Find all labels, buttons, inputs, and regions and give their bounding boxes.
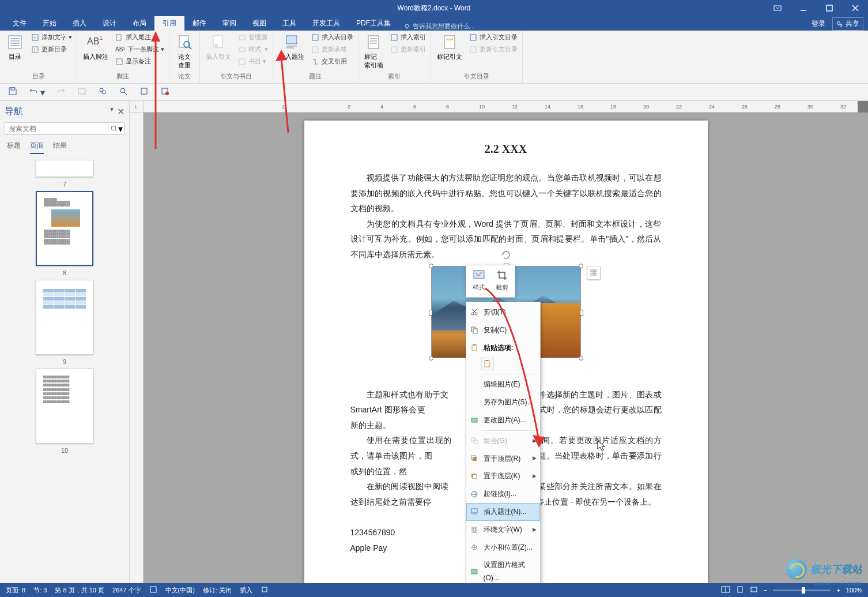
insert-index-button[interactable]: 插入索引 bbox=[388, 32, 428, 43]
update-table-button[interactable]: 更新表格 bbox=[309, 44, 356, 55]
cm-format-picture[interactable]: 设置图片格式(O)... bbox=[466, 556, 540, 583]
minimize-icon[interactable] bbox=[790, 0, 816, 16]
sb-wordcount[interactable]: 2647 个字 bbox=[112, 586, 141, 595]
horizontal-ruler[interactable]: 224681012141618202224262830323436384042 bbox=[144, 101, 858, 112]
tab-开始[interactable]: 开始 bbox=[35, 16, 65, 31]
sb-macro-icon[interactable] bbox=[261, 585, 269, 595]
zoom-level[interactable]: 100% bbox=[846, 587, 862, 594]
resize-handle-ml[interactable] bbox=[429, 310, 432, 316]
zoom-slider[interactable] bbox=[773, 590, 831, 591]
save-icon[interactable] bbox=[8, 87, 17, 98]
cm-copy[interactable]: 复制(C) bbox=[466, 321, 540, 339]
manage-sources-button[interactable]: 管理源 bbox=[236, 32, 270, 43]
resize-handle-mr[interactable] bbox=[580, 310, 583, 316]
navtab-pages[interactable]: 页面 bbox=[30, 141, 44, 154]
update-toc-button[interactable]: !更新目录 bbox=[29, 44, 74, 55]
cm-send-back[interactable]: 置于底层(K)▶ bbox=[466, 467, 540, 485]
layout-options-button[interactable] bbox=[587, 266, 601, 280]
navpane-dropdown-icon[interactable]: ▼ bbox=[109, 106, 115, 117]
page-thumb-9[interactable] bbox=[36, 280, 93, 355]
tab-视图[interactable]: 视图 bbox=[244, 16, 274, 31]
add-text-button[interactable]: +添加文字 ▾ bbox=[29, 32, 74, 43]
page-thumb-10[interactable]: ████████████████████████████████████████… bbox=[36, 369, 93, 444]
insert-citation-button[interactable]: 插入引文 bbox=[202, 32, 235, 62]
cm-size-position[interactable]: 大小和位置(Z)... bbox=[466, 539, 540, 557]
styles-button[interactable]: 样式 bbox=[469, 268, 489, 295]
cm-edit-picture[interactable]: 编辑图片(E) bbox=[466, 376, 540, 393]
insert-caption-button[interactable]: 插入题注 bbox=[276, 32, 308, 62]
tab-邮件[interactable]: 邮件 bbox=[184, 16, 214, 31]
cm-bring-front[interactable]: 置于顶层(R)▶ bbox=[466, 450, 540, 468]
cm-insert-caption[interactable]: 插入题注(N)... bbox=[466, 503, 540, 521]
sb-page-of[interactable]: 第 8 页，共 10 页 bbox=[55, 586, 104, 595]
search-input[interactable] bbox=[5, 122, 108, 135]
mark-index-button[interactable]: 标记 索引项 bbox=[361, 32, 387, 71]
resize-handle-br[interactable] bbox=[579, 356, 583, 361]
view-readmode-icon[interactable] bbox=[721, 585, 730, 595]
navpane-close-icon[interactable]: ✕ bbox=[117, 106, 124, 117]
cm-hyperlink[interactable]: 超链接(I)... bbox=[466, 485, 540, 503]
cm-save-as-picture[interactable]: 另存为图片(S)... bbox=[466, 393, 540, 411]
ribbon-display-icon[interactable] bbox=[764, 0, 790, 16]
tab-引用[interactable]: 引用 bbox=[154, 16, 184, 31]
style-dropdown[interactable]: 样式: ▾ bbox=[236, 44, 270, 55]
zoom-in-icon[interactable]: + bbox=[836, 587, 840, 594]
crop-button[interactable]: 裁剪 bbox=[492, 268, 512, 295]
navtab-results[interactable]: 结果 bbox=[53, 141, 67, 154]
cm-change-picture[interactable]: 更改图片(A)... bbox=[466, 411, 540, 429]
toc-button[interactable]: 目录 bbox=[2, 32, 28, 62]
zoom-out-icon[interactable]: − bbox=[764, 587, 767, 594]
maximize-icon[interactable] bbox=[816, 0, 842, 16]
cross-ref-button[interactable]: 交叉引用 bbox=[309, 56, 356, 67]
share-button[interactable]: 共享 bbox=[832, 17, 863, 31]
qat-btn-7[interactable] bbox=[139, 87, 149, 98]
sb-language[interactable]: 中文(中国) bbox=[165, 586, 195, 595]
view-web-icon[interactable] bbox=[750, 585, 758, 595]
tab-插入[interactable]: 插入 bbox=[65, 16, 95, 31]
resize-handle-tl[interactable] bbox=[429, 264, 433, 268]
page-thumb-7[interactable] bbox=[36, 160, 93, 177]
document-page[interactable]: 2.2 XXX 视频提供了功能强大的方法帮助您证明您的观点。当您单击联机视频时，… bbox=[304, 121, 708, 583]
paper-check-button[interactable]: 论文 查重 bbox=[172, 32, 197, 71]
ruler-corner[interactable]: L bbox=[130, 101, 144, 112]
show-notes-button[interactable]: 显示备注 bbox=[113, 56, 167, 67]
navtab-headings[interactable]: 标题 bbox=[7, 141, 21, 154]
sb-section[interactable]: 节: 3 bbox=[33, 586, 47, 595]
tab-设计[interactable]: 设计 bbox=[95, 16, 124, 31]
qat-btn-5[interactable] bbox=[98, 87, 107, 98]
tab-开发工具[interactable]: 开发工具 bbox=[304, 16, 348, 31]
next-footnote-button[interactable]: AB¹下一条脚注 ▾ bbox=[113, 44, 167, 55]
rotate-handle-icon[interactable] bbox=[501, 250, 511, 265]
qat-btn-6[interactable] bbox=[119, 87, 128, 98]
tell-me-search[interactable]: 告诉我您想要做什么... bbox=[399, 22, 812, 31]
update-index-button[interactable]: 更新索引 bbox=[388, 44, 428, 55]
sb-spellcheck-icon[interactable] bbox=[149, 585, 157, 595]
mark-citation-button[interactable]: 标记引文 bbox=[433, 32, 466, 62]
resize-handle-tr[interactable] bbox=[579, 264, 583, 268]
tab-布局[interactable]: 布局 bbox=[124, 16, 154, 31]
tab-审阅[interactable]: 审阅 bbox=[214, 16, 244, 31]
sb-insert-mode[interactable]: 插入 bbox=[240, 586, 252, 595]
tab-PDF工具集[interactable]: PDF工具集 bbox=[348, 16, 399, 31]
redo-icon[interactable] bbox=[56, 87, 66, 98]
view-print-icon[interactable] bbox=[736, 585, 744, 595]
vertical-ruler[interactable] bbox=[130, 112, 144, 583]
tab-文件[interactable]: 文件 bbox=[5, 16, 35, 31]
close-icon[interactable] bbox=[842, 0, 868, 16]
undo-icon[interactable]: ▾ bbox=[29, 87, 45, 98]
paste-option-1[interactable] bbox=[481, 358, 494, 370]
insert-footnote-button[interactable]: AB1 插入脚注 bbox=[80, 32, 112, 62]
cm-cut[interactable]: 剪切(T) bbox=[466, 303, 540, 321]
login-link[interactable]: 登录 bbox=[812, 19, 825, 29]
bibliography-button[interactable]: 书目 ▾ bbox=[236, 56, 270, 67]
insert-endnote-button[interactable]: 插入尾注 bbox=[113, 32, 167, 43]
tab-工具[interactable]: 工具 bbox=[274, 16, 304, 31]
insert-authorities-button[interactable]: 插入引文目录 bbox=[467, 32, 520, 43]
search-button[interactable]: ▾ bbox=[108, 122, 124, 135]
page-thumb-8[interactable]: ████████████████████████████████████████… bbox=[36, 191, 93, 266]
cm-group[interactable]: 组合(G)▶ bbox=[466, 432, 540, 450]
sb-page[interactable]: 页面: 8 bbox=[6, 586, 25, 595]
qat-btn-4[interactable] bbox=[77, 87, 86, 98]
qat-btn-8[interactable] bbox=[160, 87, 169, 98]
resize-handle-bl[interactable] bbox=[429, 356, 433, 361]
